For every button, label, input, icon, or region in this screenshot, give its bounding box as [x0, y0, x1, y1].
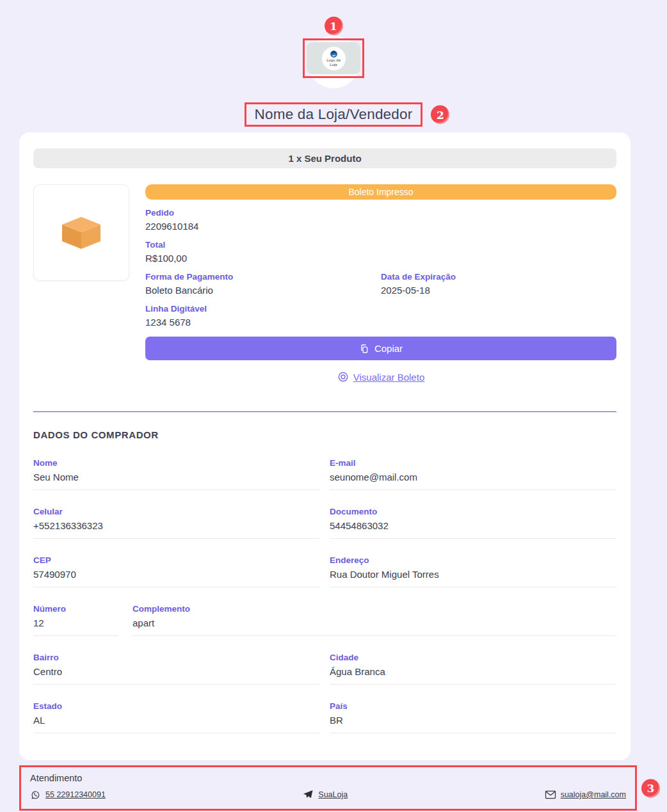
field-pais: País BR — [330, 701, 616, 733]
email-icon — [545, 790, 556, 800]
annotation-badge-3: 3 — [641, 779, 660, 797]
copy-button[interactable]: Copiar — [145, 337, 616, 360]
buyer-data-form: Nome Seu Nome E-mail seunome@mail.com Ce… — [33, 458, 616, 733]
field-documento-value: 54454863032 — [330, 520, 616, 539]
field-cep: CEP 57490970 — [33, 555, 320, 587]
field-cidade-value: Água Branca — [330, 666, 616, 685]
store-logo-placeholder: Logo da Loja — [307, 42, 360, 74]
annotation-badge-2: 2 — [431, 106, 449, 124]
email-address: sualoja@mail.com — [561, 790, 626, 799]
annotation-rect-footer: Atendimento 55 22912340091 SuaLoja — [19, 765, 637, 811]
store-logo: Logo da Loja — [322, 47, 346, 70]
field-endereco-value: Rua Doutor Miguel Torres — [330, 569, 616, 587]
expiration-value: 2025-05-18 — [381, 285, 616, 296]
field-estado-label: Estado — [33, 701, 320, 711]
expiration-group: Data de Expiração 2025-05-18 — [381, 272, 616, 296]
payment-form-value: Boleto Bancário — [145, 285, 381, 296]
field-email-value: seunome@mail.com — [330, 472, 616, 490]
view-icon — [337, 371, 349, 383]
field-complemento-value: apart — [133, 617, 616, 636]
email-link[interactable]: sualoja@mail.com — [545, 790, 626, 800]
total-label: Total — [145, 240, 616, 250]
field-nome-value: Seu Nome — [33, 472, 320, 490]
field-pais-label: País — [330, 701, 616, 711]
payment-form-label: Forma de Pagamento — [145, 272, 381, 282]
field-estado: Estado AL — [33, 701, 320, 733]
field-numero: Número 12 — [33, 604, 118, 636]
order-card: 1 x Seu Produto Boleto Impresso Pedido 2… — [19, 132, 631, 760]
total-value: R$100,00 — [145, 253, 616, 264]
order-id-label: Pedido — [145, 208, 616, 218]
support-footer: Atendimento 55 22912340091 SuaLoja — [0, 765, 667, 811]
payment-method-banner: Boleto Impresso — [145, 184, 616, 200]
telegram-link[interactable]: SuaLoja — [302, 789, 348, 800]
field-cep-value: 57490970 — [33, 569, 320, 587]
support-title: Atendimento — [30, 773, 626, 783]
field-cep-label: CEP — [33, 555, 320, 565]
field-cidade-label: Cidade — [330, 653, 616, 662]
field-numero-label: Número — [33, 604, 118, 614]
product-image — [33, 184, 129, 281]
total-group: Total R$100,00 — [145, 240, 616, 264]
copy-button-label: Copiar — [374, 343, 403, 354]
logo-placeholder-text: Logo da Loja — [324, 58, 343, 67]
whatsapp-link[interactable]: 55 22912340091 — [30, 790, 106, 800]
field-celular-label: Celular — [33, 507, 320, 516]
field-email-label: E-mail — [330, 458, 616, 468]
whatsapp-icon — [30, 790, 41, 800]
digitable-line-label: Linha Digitável — [145, 304, 616, 314]
field-pais-value: BR — [330, 715, 616, 733]
product-box-icon — [61, 216, 101, 250]
whatsapp-number: 55 22912340091 — [45, 790, 106, 799]
field-complemento: Complemento apart — [133, 604, 616, 636]
field-endereco: Endereço Rua Doutor Miguel Torres — [330, 555, 616, 587]
field-bairro-label: Bairro — [33, 653, 320, 662]
order-id-group: Pedido 2209610184 — [145, 208, 616, 232]
buyer-section-title: DADOS DO COMPRADOR — [33, 429, 616, 440]
field-numero-value: 12 — [33, 617, 118, 636]
field-email: E-mail seunome@mail.com — [330, 458, 616, 490]
field-nome-label: Nome — [33, 458, 320, 468]
field-celular: Celular +552136336323 — [33, 507, 320, 539]
view-boleto-link[interactable]: Visualizar Boleto — [337, 371, 424, 383]
field-cidade: Cidade Água Branca — [330, 653, 616, 685]
digitable-line-group: Linha Digitável 1234 5678 — [145, 304, 616, 328]
field-endereco-label: Endereço — [330, 555, 616, 565]
field-celular-value: +552136336323 — [33, 520, 320, 539]
view-boleto-label: Visualizar Boleto — [353, 372, 424, 383]
digitable-line-value: 1234 5678 — [145, 317, 616, 328]
field-documento-label: Documento — [330, 507, 616, 516]
annotation-badge-1: 1 — [325, 17, 343, 35]
telegram-handle: SuaLoja — [318, 790, 348, 799]
expiration-label: Data de Expiração — [381, 272, 616, 282]
order-id-value: 2209610184 — [145, 221, 616, 232]
store-title-row: Nome da Loja/Vendedor 2 — [245, 102, 423, 127]
payment-form-group: Forma de Pagamento Boleto Bancário — [145, 272, 381, 296]
field-complemento-label: Complemento — [133, 604, 616, 614]
annotation-rect-logo: Logo da Loja — [303, 38, 364, 78]
field-bairro: Bairro Centro — [33, 653, 320, 685]
store-name-title: Nome da Loja/Vendedor — [245, 102, 423, 127]
product-header-bar: 1 x Seu Produto — [33, 148, 616, 168]
store-logo-area: Logo da Loja — [295, 36, 372, 91]
section-divider — [33, 411, 616, 412]
copy-icon — [359, 344, 369, 354]
field-estado-value: AL — [33, 715, 320, 733]
field-bairro-value: Centro — [33, 666, 320, 685]
logo-swirl-icon — [330, 50, 338, 58]
telegram-icon — [302, 789, 314, 800]
field-documento: Documento 54454863032 — [330, 507, 616, 539]
page-header: 1 Logo da Loja Nome da Loja/Vendedor 2 — [0, 0, 667, 127]
field-nome: Nome Seu Nome — [33, 458, 320, 490]
